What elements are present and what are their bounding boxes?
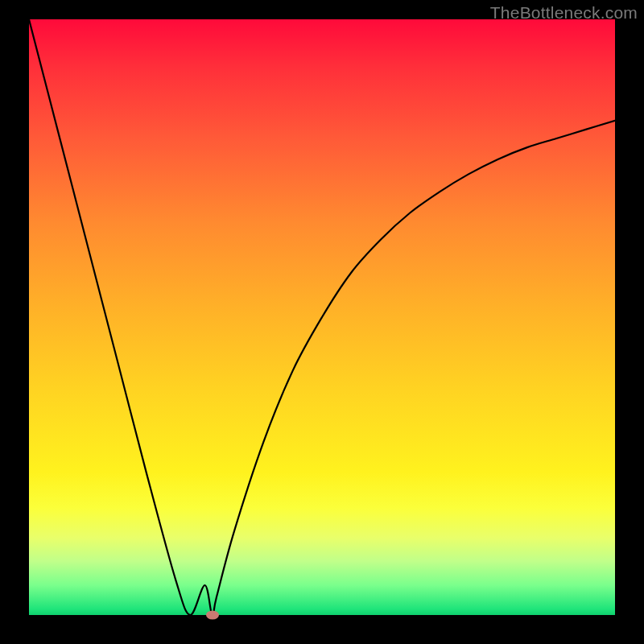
chart-frame: TheBottleneck.com bbox=[0, 0, 644, 644]
watermark-text: TheBottleneck.com bbox=[490, 3, 638, 23]
bottleneck-curve bbox=[29, 19, 615, 615]
optimal-point-marker bbox=[206, 611, 219, 620]
plot-area bbox=[29, 19, 615, 615]
